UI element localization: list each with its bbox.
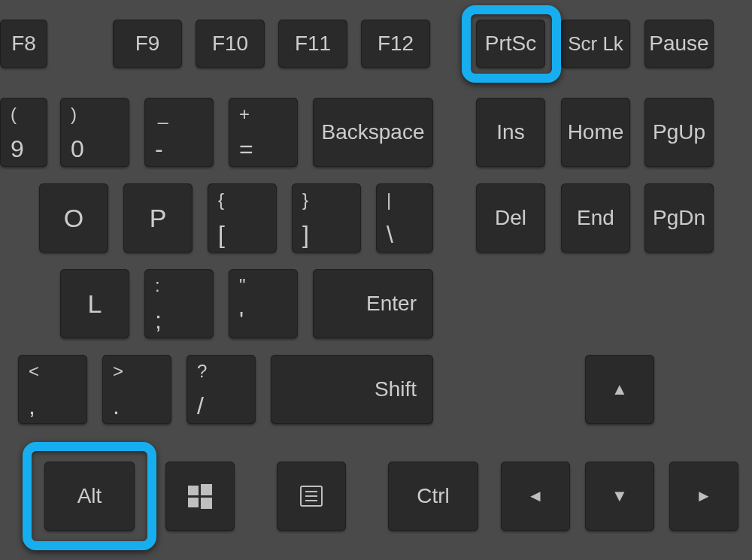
key-arrow-down[interactable]: ▼: [585, 462, 654, 531]
key-ctrl[interactable]: Ctrl: [388, 462, 478, 531]
key-alt[interactable]: Alt: [44, 462, 135, 531]
svg-rect-3: [201, 498, 212, 509]
key-label: F10: [212, 32, 248, 56]
key-quote[interactable]: " ': [229, 269, 298, 338]
windows-icon: [187, 483, 213, 509]
key-upper: >: [113, 362, 123, 380]
key-label: F11: [295, 32, 331, 56]
key-label: Alt: [77, 484, 102, 508]
key-label: L: [88, 289, 102, 319]
key-lower: [: [218, 222, 225, 247]
key-lower: 9: [11, 137, 24, 161]
key-upper: {: [218, 191, 224, 209]
key-label: Scr Lk: [568, 32, 623, 56]
key-label: Backspace: [322, 120, 425, 144]
key-period[interactable]: > .: [102, 355, 171, 424]
key-label: PrtSc: [485, 32, 536, 56]
key-o[interactable]: O: [39, 183, 108, 253]
key-lower: ;: [155, 308, 162, 332]
key-label: O: [64, 204, 83, 233]
key-label: Del: [495, 206, 526, 230]
key-upper: _: [155, 105, 168, 123]
key-f9[interactable]: F9: [113, 20, 182, 68]
key-upper: ?: [197, 362, 207, 380]
key-label: F9: [135, 32, 160, 56]
key-upper: ": [239, 277, 246, 295]
key-ins[interactable]: Ins: [476, 98, 545, 167]
key-upper: (: [11, 105, 17, 123]
key-label: End: [577, 206, 614, 230]
key-label: F12: [378, 32, 414, 56]
svg-rect-0: [188, 486, 199, 495]
key-label: Shift: [374, 377, 417, 401]
key-9[interactable]: ( 9: [0, 98, 47, 167]
key-equals[interactable]: + =: [229, 98, 298, 167]
key-label: Enter: [366, 292, 417, 316]
key-upper: |: [387, 191, 391, 209]
arrow-left-icon: ◄: [527, 486, 544, 506]
key-f12[interactable]: F12: [361, 20, 430, 68]
key-f10[interactable]: F10: [196, 20, 265, 68]
key-pgup[interactable]: PgUp: [644, 98, 714, 167]
key-lower: .: [113, 394, 120, 418]
key-f11[interactable]: F11: [278, 20, 347, 68]
key-prtsc[interactable]: PrtSc: [476, 20, 545, 68]
key-windows[interactable]: [165, 462, 235, 531]
key-upper: +: [239, 105, 250, 123]
key-label: PgUp: [653, 120, 705, 144]
key-semicolon[interactable]: : ;: [144, 269, 214, 338]
key-home[interactable]: Home: [561, 98, 630, 167]
key-menu[interactable]: [277, 462, 346, 531]
key-arrow-right[interactable]: ►: [669, 462, 738, 531]
key-arrow-up[interactable]: ▲: [585, 355, 654, 424]
key-enter[interactable]: Enter: [313, 269, 433, 338]
key-minus[interactable]: _ -: [144, 98, 214, 167]
key-f8[interactable]: F8: [0, 20, 47, 68]
key-lower: /: [197, 394, 204, 418]
key-arrow-left[interactable]: ◄: [501, 462, 570, 531]
key-label: F8: [11, 32, 36, 56]
key-lower: \: [387, 222, 393, 247]
key-bracket-right[interactable]: } ]: [292, 183, 361, 253]
key-label: PgDn: [653, 206, 705, 230]
key-l[interactable]: L: [60, 269, 129, 338]
arrow-up-icon: ▲: [611, 380, 628, 399]
key-lower: =: [239, 137, 253, 161]
key-0[interactable]: ) 0: [60, 98, 129, 167]
svg-rect-2: [188, 498, 199, 507]
key-pause[interactable]: Pause: [644, 20, 714, 68]
key-upper: <: [29, 362, 39, 380]
key-lower: ': [239, 308, 244, 332]
key-label: Ins: [496, 120, 524, 144]
key-lower: 0: [71, 137, 84, 161]
key-slash[interactable]: ? /: [186, 355, 256, 424]
key-lower: ]: [302, 222, 309, 247]
key-shift[interactable]: Shift: [271, 355, 433, 424]
key-label: Pause: [649, 32, 708, 56]
arrow-right-icon: ►: [696, 486, 712, 506]
key-p[interactable]: P: [123, 183, 193, 253]
key-backslash[interactable]: | \: [376, 183, 433, 253]
key-bracket-left[interactable]: { [: [208, 183, 277, 253]
key-del[interactable]: Del: [476, 183, 545, 253]
arrow-down-icon: ▼: [611, 486, 628, 506]
svg-rect-1: [201, 484, 212, 495]
key-upper: ): [71, 105, 77, 123]
key-label: Home: [568, 120, 624, 144]
key-backspace[interactable]: Backspace: [313, 98, 433, 167]
key-upper: :: [155, 277, 160, 295]
keyboard: F8 F9 F10 F11 F12 PrtSc Scr Lk Pause ( 9…: [0, 0, 752, 560]
key-label: P: [150, 204, 167, 233]
key-pgdn[interactable]: PgDn: [644, 183, 714, 253]
menu-icon: [300, 486, 323, 507]
key-upper: }: [302, 191, 308, 209]
key-lower: ,: [29, 394, 35, 418]
key-scrlk[interactable]: Scr Lk: [561, 20, 630, 68]
key-label: Ctrl: [417, 484, 450, 508]
key-comma[interactable]: < ,: [18, 355, 87, 424]
key-lower: -: [155, 137, 163, 161]
key-end[interactable]: End: [561, 183, 630, 253]
